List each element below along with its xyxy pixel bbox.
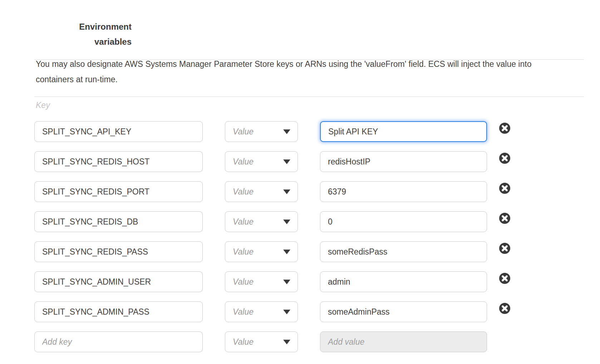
value-type-dropdown[interactable]: Value xyxy=(225,241,298,262)
value-input[interactable] xyxy=(320,181,487,202)
value-input[interactable] xyxy=(320,151,487,172)
remove-row-button[interactable] xyxy=(499,153,510,164)
key-input[interactable] xyxy=(34,241,203,262)
close-icon xyxy=(499,153,510,164)
close-icon xyxy=(499,303,510,314)
chevron-down-icon xyxy=(283,159,290,164)
key-input[interactable] xyxy=(34,331,203,352)
value-type-selected-label: Value xyxy=(233,217,254,227)
env-var-row: Value xyxy=(0,241,600,262)
chevron-down-icon xyxy=(283,340,290,344)
value-type-dropdown[interactable]: Value xyxy=(225,181,298,202)
env-var-rows: Value Value Value xyxy=(0,121,600,357)
key-input[interactable] xyxy=(34,301,203,322)
close-icon xyxy=(499,213,510,224)
value-type-selected-label: Value xyxy=(233,187,254,197)
key-input[interactable] xyxy=(34,181,203,202)
key-input[interactable] xyxy=(34,211,203,232)
value-input[interactable] xyxy=(320,241,487,262)
value-type-selected-label: Value xyxy=(233,337,254,347)
value-type-dropdown[interactable]: Value xyxy=(225,151,298,172)
env-var-add-row: Value xyxy=(0,331,600,352)
chevron-down-icon xyxy=(283,310,290,314)
value-type-dropdown[interactable]: Value xyxy=(225,121,298,142)
chevron-down-icon xyxy=(283,280,290,284)
value-type-selected-label: Value xyxy=(233,247,254,257)
chevron-down-icon xyxy=(283,250,290,254)
remove-row-button[interactable] xyxy=(499,273,510,284)
section-title: Environment variables xyxy=(60,19,132,49)
key-input[interactable] xyxy=(34,151,203,172)
value-input[interactable] xyxy=(320,271,487,292)
value-type-dropdown[interactable]: Value xyxy=(225,271,298,292)
env-var-row: Value xyxy=(0,181,600,202)
env-var-row: Value xyxy=(0,211,600,232)
env-var-row: Value xyxy=(0,271,600,292)
key-column-label: Key xyxy=(36,100,50,110)
value-input[interactable] xyxy=(320,121,487,142)
chevron-down-icon xyxy=(283,129,290,134)
env-var-row: Value xyxy=(0,301,600,322)
close-icon xyxy=(499,183,510,194)
remove-row-button[interactable] xyxy=(499,183,510,194)
key-input[interactable] xyxy=(34,121,203,142)
description-text: You may also designate AWS Systems Manag… xyxy=(36,56,533,87)
env-var-row: Value xyxy=(0,121,600,142)
value-input[interactable] xyxy=(320,211,487,232)
value-type-dropdown[interactable]: Value xyxy=(225,331,298,352)
value-type-selected-label: Value xyxy=(233,277,254,287)
key-input[interactable] xyxy=(34,271,203,292)
close-icon xyxy=(499,243,510,254)
value-input[interactable] xyxy=(320,331,487,352)
value-type-selected-label: Value xyxy=(233,127,254,137)
environment-variables-section: Environment variables You may also desig… xyxy=(0,0,600,364)
chevron-down-icon xyxy=(283,190,290,194)
value-type-selected-label: Value xyxy=(233,157,254,167)
value-input[interactable] xyxy=(320,301,487,322)
remove-row-button[interactable] xyxy=(499,213,510,224)
value-type-dropdown[interactable]: Value xyxy=(225,211,298,232)
close-icon xyxy=(499,123,510,134)
env-var-row: Value xyxy=(0,151,600,172)
remove-row-button[interactable] xyxy=(499,123,510,134)
close-icon xyxy=(499,273,510,284)
value-type-selected-label: Value xyxy=(233,307,254,317)
divider-middle xyxy=(34,97,584,97)
chevron-down-icon xyxy=(283,220,290,224)
remove-row-button[interactable] xyxy=(499,303,510,314)
remove-row-button[interactable] xyxy=(499,243,510,254)
value-type-dropdown[interactable]: Value xyxy=(225,301,298,322)
